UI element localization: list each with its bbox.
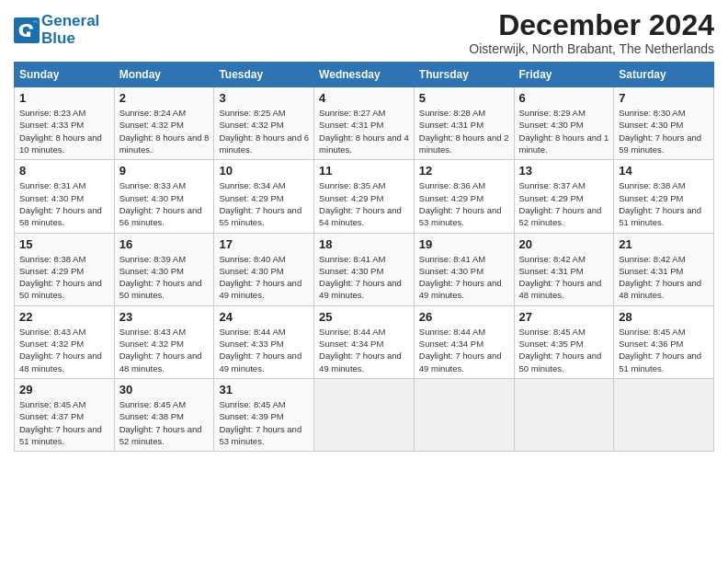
day-number: 11 xyxy=(319,164,409,178)
calendar-week-row: 1Sunrise: 8:23 AMSunset: 4:33 PMDaylight… xyxy=(15,87,714,160)
calendar-cell: 30Sunrise: 8:45 AMSunset: 4:38 PMDayligh… xyxy=(114,378,214,451)
calendar-cell: 4Sunrise: 8:27 AMSunset: 4:31 PMDaylight… xyxy=(314,87,415,160)
day-number: 22 xyxy=(19,310,109,324)
day-number: 3 xyxy=(219,91,309,105)
day-number: 23 xyxy=(119,310,210,324)
day-number: 1 xyxy=(19,91,109,105)
calendar-cell: 5Sunrise: 8:28 AMSunset: 4:31 PMDaylight… xyxy=(414,87,514,160)
day-info: Sunrise: 8:43 AMSunset: 4:32 PMDaylight:… xyxy=(19,326,109,374)
calendar-week-row: 8Sunrise: 8:31 AMSunset: 4:30 PMDaylight… xyxy=(15,160,714,233)
calendar-cell: 7Sunrise: 8:30 AMSunset: 4:30 PMDaylight… xyxy=(614,87,714,160)
calendar-cell xyxy=(314,378,415,451)
day-number: 4 xyxy=(319,91,409,105)
day-number: 20 xyxy=(519,237,609,251)
day-info: Sunrise: 8:41 AMSunset: 4:30 PMDaylight:… xyxy=(319,253,409,302)
day-number: 9 xyxy=(119,164,210,178)
calendar-cell: 25Sunrise: 8:44 AMSunset: 4:34 PMDayligh… xyxy=(314,305,415,378)
day-info: Sunrise: 8:36 AMSunset: 4:29 PMDaylight:… xyxy=(419,179,509,228)
logo: General Blue xyxy=(14,13,99,47)
header-thursday: Thursday xyxy=(414,63,514,87)
day-number: 16 xyxy=(119,237,210,251)
calendar-cell xyxy=(514,378,614,451)
calendar-cell: 2Sunrise: 8:24 AMSunset: 4:32 PMDaylight… xyxy=(114,87,214,160)
header-wednesday: Wednesday xyxy=(314,63,415,87)
day-number: 17 xyxy=(219,237,309,251)
page-header: General Blue December 2024 Oisterwijk, N… xyxy=(14,9,714,56)
calendar-cell xyxy=(414,378,514,451)
logo-icon xyxy=(14,17,40,43)
calendar-cell: 27Sunrise: 8:45 AMSunset: 4:35 PMDayligh… xyxy=(514,305,614,378)
day-info: Sunrise: 8:24 AMSunset: 4:32 PMDaylight:… xyxy=(119,107,210,155)
calendar-cell: 14Sunrise: 8:38 AMSunset: 4:29 PMDayligh… xyxy=(614,160,714,233)
calendar-cell: 1Sunrise: 8:23 AMSunset: 4:33 PMDaylight… xyxy=(15,87,115,160)
calendar-cell: 10Sunrise: 8:34 AMSunset: 4:29 PMDayligh… xyxy=(214,160,314,233)
day-info: Sunrise: 8:28 AMSunset: 4:31 PMDaylight:… xyxy=(419,107,509,155)
calendar-cell: 9Sunrise: 8:33 AMSunset: 4:30 PMDaylight… xyxy=(114,160,214,233)
day-info: Sunrise: 8:30 AMSunset: 4:30 PMDaylight:… xyxy=(619,107,709,155)
day-number: 21 xyxy=(619,237,709,251)
day-info: Sunrise: 8:40 AMSunset: 4:30 PMDaylight:… xyxy=(219,253,309,302)
day-number: 31 xyxy=(219,383,309,396)
day-info: Sunrise: 8:45 AMSunset: 4:39 PMDaylight:… xyxy=(219,398,309,447)
day-info: Sunrise: 8:33 AMSunset: 4:30 PMDaylight:… xyxy=(119,179,210,228)
title-block: December 2024 Oisterwijk, North Brabant,… xyxy=(469,9,714,56)
calendar-cell: 13Sunrise: 8:37 AMSunset: 4:29 PMDayligh… xyxy=(514,160,614,233)
day-info: Sunrise: 8:42 AMSunset: 4:31 PMDaylight:… xyxy=(619,253,709,302)
calendar-cell: 22Sunrise: 8:43 AMSunset: 4:32 PMDayligh… xyxy=(15,305,115,378)
day-number: 14 xyxy=(619,164,709,178)
day-info: Sunrise: 8:42 AMSunset: 4:31 PMDaylight:… xyxy=(519,253,609,302)
day-number: 12 xyxy=(419,164,509,178)
day-number: 30 xyxy=(119,383,210,396)
month-title: December 2024 xyxy=(469,9,714,41)
day-info: Sunrise: 8:37 AMSunset: 4:29 PMDaylight:… xyxy=(519,179,609,228)
calendar-cell: 23Sunrise: 8:43 AMSunset: 4:32 PMDayligh… xyxy=(114,305,214,378)
calendar-cell: 17Sunrise: 8:40 AMSunset: 4:30 PMDayligh… xyxy=(214,233,314,305)
logo-text: General Blue xyxy=(41,13,99,47)
day-number: 25 xyxy=(319,310,409,324)
calendar-week-row: 22Sunrise: 8:43 AMSunset: 4:32 PMDayligh… xyxy=(15,305,714,378)
day-info: Sunrise: 8:23 AMSunset: 4:33 PMDaylight:… xyxy=(19,107,109,155)
day-info: Sunrise: 8:27 AMSunset: 4:31 PMDaylight:… xyxy=(319,107,409,155)
day-number: 28 xyxy=(619,310,709,324)
day-info: Sunrise: 8:44 AMSunset: 4:34 PMDaylight:… xyxy=(419,326,509,374)
day-number: 2 xyxy=(119,91,210,105)
calendar-cell: 28Sunrise: 8:45 AMSunset: 4:36 PMDayligh… xyxy=(614,305,714,378)
calendar-cell: 24Sunrise: 8:44 AMSunset: 4:33 PMDayligh… xyxy=(214,305,314,378)
day-number: 5 xyxy=(419,91,509,105)
header-saturday: Saturday xyxy=(614,63,714,87)
day-info: Sunrise: 8:38 AMSunset: 4:29 PMDaylight:… xyxy=(19,253,109,302)
day-info: Sunrise: 8:35 AMSunset: 4:29 PMDaylight:… xyxy=(319,179,409,228)
calendar-cell: 18Sunrise: 8:41 AMSunset: 4:30 PMDayligh… xyxy=(314,233,415,305)
day-number: 26 xyxy=(419,310,509,324)
calendar-cell: 26Sunrise: 8:44 AMSunset: 4:34 PMDayligh… xyxy=(414,305,514,378)
day-info: Sunrise: 8:45 AMSunset: 4:37 PMDaylight:… xyxy=(19,398,109,447)
day-number: 10 xyxy=(219,164,309,178)
day-info: Sunrise: 8:31 AMSunset: 4:30 PMDaylight:… xyxy=(19,179,109,228)
calendar-week-row: 29Sunrise: 8:45 AMSunset: 4:37 PMDayligh… xyxy=(15,378,714,451)
header-tuesday: Tuesday xyxy=(214,63,314,87)
calendar-table: SundayMondayTuesdayWednesdayThursdayFrid… xyxy=(14,62,714,452)
calendar-cell: 19Sunrise: 8:41 AMSunset: 4:30 PMDayligh… xyxy=(414,233,514,305)
day-info: Sunrise: 8:41 AMSunset: 4:30 PMDaylight:… xyxy=(419,253,509,302)
day-info: Sunrise: 8:34 AMSunset: 4:29 PMDaylight:… xyxy=(219,179,309,228)
header-sunday: Sunday xyxy=(15,63,115,87)
day-number: 27 xyxy=(519,310,609,324)
day-info: Sunrise: 8:43 AMSunset: 4:32 PMDaylight:… xyxy=(119,326,210,374)
calendar-cell: 31Sunrise: 8:45 AMSunset: 4:39 PMDayligh… xyxy=(214,378,314,451)
day-number: 6 xyxy=(519,91,609,105)
header-friday: Friday xyxy=(514,63,614,87)
calendar-cell: 6Sunrise: 8:29 AMSunset: 4:30 PMDaylight… xyxy=(514,87,614,160)
day-number: 8 xyxy=(19,164,109,178)
day-info: Sunrise: 8:25 AMSunset: 4:32 PMDaylight:… xyxy=(219,107,309,155)
day-number: 29 xyxy=(19,383,109,396)
calendar-week-row: 15Sunrise: 8:38 AMSunset: 4:29 PMDayligh… xyxy=(15,233,714,305)
day-number: 15 xyxy=(19,237,109,251)
calendar-cell: 29Sunrise: 8:45 AMSunset: 4:37 PMDayligh… xyxy=(15,378,115,451)
day-number: 24 xyxy=(219,310,309,324)
day-number: 19 xyxy=(419,237,509,251)
header-monday: Monday xyxy=(114,63,214,87)
day-info: Sunrise: 8:44 AMSunset: 4:33 PMDaylight:… xyxy=(219,326,309,374)
calendar-cell: 20Sunrise: 8:42 AMSunset: 4:31 PMDayligh… xyxy=(514,233,614,305)
calendar-cell xyxy=(614,378,714,451)
day-info: Sunrise: 8:38 AMSunset: 4:29 PMDaylight:… xyxy=(619,179,709,228)
